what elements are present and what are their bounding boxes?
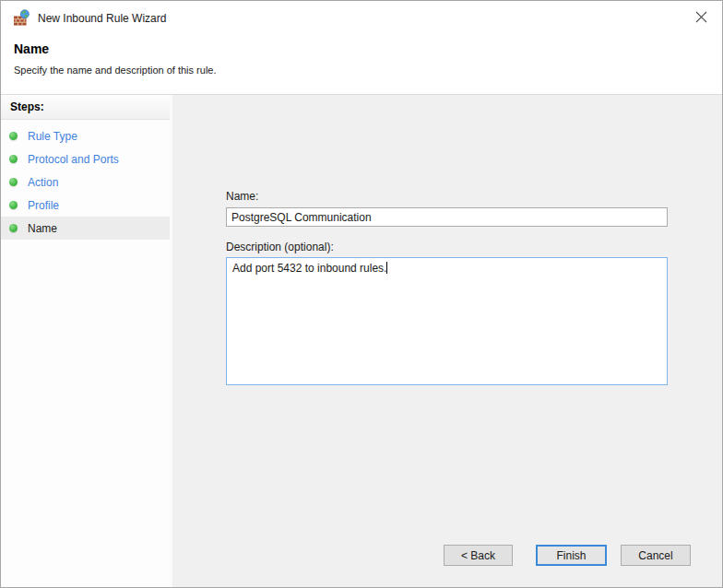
green-dot-icon — [9, 178, 18, 186]
page-subtitle: Specify the name and description of this… — [14, 65, 217, 76]
steps-list: Rule Type Protocol and Ports Action Prof… — [1, 120, 170, 240]
title-bar: New Inbound Rule Wizard — [1, 1, 722, 35]
sidebar-item-label: Profile — [28, 199, 59, 212]
wizard-body: Steps: Rule Type Protocol and Ports Acti… — [1, 95, 722, 587]
green-dot-icon — [9, 224, 18, 232]
name-field-label: Name: — [226, 190, 258, 203]
description-text: Add port 5432 to inbound rules. — [232, 262, 386, 275]
finish-button[interactable]: Finish — [536, 545, 607, 566]
page-title: Name — [14, 41, 49, 56]
green-dot-icon — [9, 155, 18, 163]
rule-name-input[interactable] — [226, 207, 668, 227]
firewall-icon — [13, 9, 30, 27]
close-button[interactable] — [680, 1, 722, 35]
sidebar-item-label: Action — [28, 176, 58, 189]
rule-description-textarea[interactable]: Add port 5432 to inbound rules. — [226, 257, 668, 385]
green-dot-icon — [9, 201, 18, 209]
sidebar-item-profile[interactable]: Profile — [1, 194, 170, 217]
sidebar-item-rule-type[interactable]: Rule Type — [1, 124, 170, 147]
sidebar-item-label: Protocol and Ports — [28, 153, 119, 166]
green-dot-icon — [9, 132, 18, 140]
sidebar-item-label: Name — [28, 222, 57, 235]
wizard-header: Name Specify the name and description of… — [1, 35, 722, 95]
main-panel: Name: Description (optional): Add port 5… — [172, 95, 722, 587]
sidebar-item-action[interactable]: Action — [1, 171, 170, 194]
close-icon — [695, 10, 707, 27]
wizard-window: New Inbound Rule Wizard Name Specify the… — [0, 0, 723, 588]
sidebar-item-protocol-and-ports[interactable]: Protocol and Ports — [1, 147, 170, 171]
sidebar-item-label: Rule Type — [28, 130, 77, 143]
window-title: New Inbound Rule Wizard — [38, 12, 166, 25]
steps-heading: Steps: — [1, 95, 170, 120]
cancel-button[interactable]: Cancel — [621, 545, 691, 566]
back-button[interactable]: < Back — [444, 545, 513, 566]
text-caret — [386, 262, 387, 274]
description-field-label: Description (optional): — [226, 241, 334, 253]
steps-sidebar: Steps: Rule Type Protocol and Ports Acti… — [1, 95, 172, 587]
sidebar-item-name[interactable]: Name — [1, 217, 170, 240]
